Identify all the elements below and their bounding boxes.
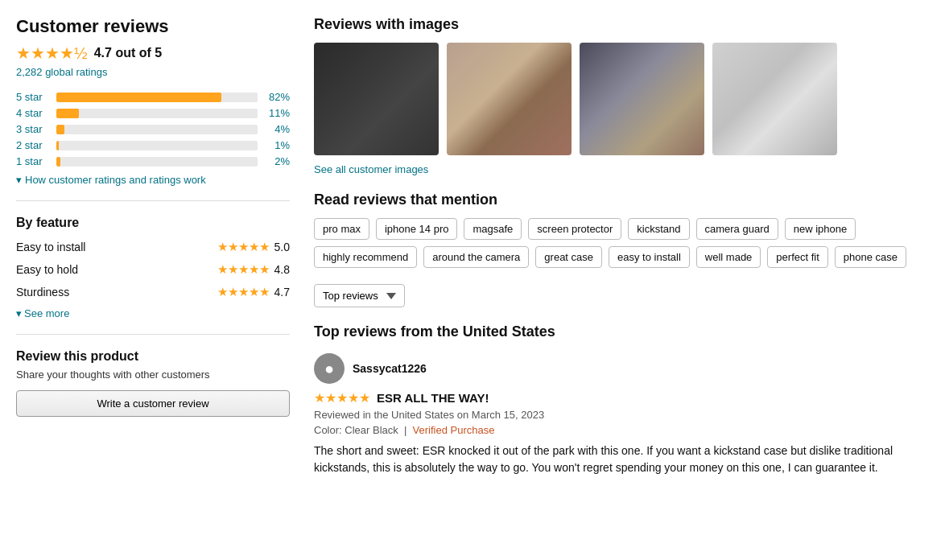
by-feature-section: By feature Easy to install ★★★★★ 5.0 Eas… xyxy=(16,216,290,319)
review-color-row: Color: Clear Black | Verified Purchase xyxy=(314,424,929,436)
review-headline: ESR ALL THE WAY! xyxy=(377,391,489,405)
feature-right-sturdiness: ★★★★★ 4.7 xyxy=(217,285,290,299)
see-all-images-link[interactable]: See all customer images xyxy=(314,163,929,175)
how-ratings-work-link[interactable]: How customer ratings and ratings work xyxy=(16,174,290,186)
star-label-2[interactable]: 2 star xyxy=(16,139,50,151)
overall-stars: ★★★★½ xyxy=(16,43,88,63)
feature-stars-hold: ★★★★★ xyxy=(217,262,270,277)
review-stars-row: ★★★★★ ESR ALL THE WAY! xyxy=(314,390,929,406)
verified-purchase-badge: Verified Purchase xyxy=(413,424,495,436)
tag-great-case[interactable]: great case xyxy=(535,246,602,268)
reviews-with-images-title: Reviews with images xyxy=(314,16,929,33)
sort-dropdown-row: Top reviews Most recent xyxy=(314,284,929,307)
review-image-1[interactable] xyxy=(314,43,439,155)
star-row-1: 1 star 2% xyxy=(16,155,290,167)
tag-well-made[interactable]: well made xyxy=(696,246,761,268)
star-bars: 5 star 82% 4 star 11% 3 star 4% xyxy=(16,91,290,167)
tag-around-the-camera[interactable]: around the camera xyxy=(423,246,529,268)
review-image-4[interactable] xyxy=(712,43,837,155)
tag-camera-guard[interactable]: camera guard xyxy=(696,218,778,240)
see-more-label: See more xyxy=(24,307,69,319)
pct-label-2[interactable]: 1% xyxy=(264,139,290,151)
feature-name-sturdiness: Sturdiness xyxy=(16,286,69,299)
review-color-label: Color: Clear Black xyxy=(314,424,398,436)
divider-2 xyxy=(16,334,290,335)
reviewer-name[interactable]: Sassycat1226 xyxy=(353,362,427,375)
tag-iphone-14-pro[interactable]: iphone 14 pro xyxy=(376,218,458,240)
review-product-section: Review this product Share your thoughts … xyxy=(16,349,290,417)
feature-row-sturdiness: Sturdiness ★★★★★ 4.7 xyxy=(16,285,290,299)
feature-right-hold: ★★★★★ 4.8 xyxy=(217,262,290,277)
tag-screen-protector[interactable]: screen protector xyxy=(528,218,621,240)
tag-phone-case[interactable]: phone case xyxy=(835,246,906,268)
see-more-link[interactable]: See more xyxy=(16,307,290,319)
review-product-sub: Share your thoughts with other customers xyxy=(16,369,290,381)
global-ratings[interactable]: 2,282 global ratings xyxy=(16,66,290,78)
tag-easy-to-install[interactable]: easy to install xyxy=(609,246,690,268)
pct-label-5[interactable]: 82% xyxy=(264,91,290,103)
feature-stars-sturdiness: ★★★★★ xyxy=(217,285,270,299)
right-panel: Reviews with images See all customer ima… xyxy=(314,16,929,492)
chevron-down-icon xyxy=(16,174,22,186)
bar-fill-3 xyxy=(56,125,64,134)
how-ratings-work-text: How customer ratings and ratings work xyxy=(25,174,206,186)
review-body: The short and sweet: ESR knocked it out … xyxy=(314,443,929,476)
review-image-placeholder-1 xyxy=(314,43,439,155)
star-row-5: 5 star 82% xyxy=(16,91,290,103)
bar-fill-4 xyxy=(56,109,79,118)
review-meta-text: Reviewed in the United States on March 1… xyxy=(314,409,544,421)
feature-score-install: 5.0 xyxy=(274,241,290,253)
bar-container-3 xyxy=(56,125,258,134)
tag-kickstand[interactable]: kickstand xyxy=(628,218,689,240)
feature-name-hold: Easy to hold xyxy=(16,263,78,276)
tag-pro-max[interactable]: pro max xyxy=(314,218,369,240)
review-images-row xyxy=(314,43,929,155)
star-label-3[interactable]: 3 star xyxy=(16,123,50,135)
star-label-5[interactable]: 5 star xyxy=(16,91,50,103)
pct-label-3[interactable]: 4% xyxy=(264,123,290,135)
sort-dropdown[interactable]: Top reviews Most recent xyxy=(314,284,405,307)
reviewer-row: ● Sassycat1226 xyxy=(314,353,929,384)
feature-score-sturdiness: 4.7 xyxy=(274,286,290,299)
tag-magsafe[interactable]: magsafe xyxy=(464,218,522,240)
pct-label-4[interactable]: 11% xyxy=(264,107,290,119)
bar-container-4 xyxy=(56,109,258,118)
bar-fill-2 xyxy=(56,141,59,150)
tag-highly-recommend[interactable]: highly recommend xyxy=(314,246,417,268)
left-panel: Customer reviews ★★★★½ 4.7 out of 5 2,28… xyxy=(16,16,290,492)
write-review-button[interactable]: Write a customer review xyxy=(16,390,290,417)
feature-name-install: Easy to install xyxy=(16,241,85,253)
avatar: ● xyxy=(314,353,345,384)
review-meta: Reviewed in the United States on March 1… xyxy=(314,409,929,421)
review-image-2[interactable] xyxy=(447,43,572,155)
review-image-placeholder-4 xyxy=(712,43,837,155)
avatar-icon: ● xyxy=(324,360,334,378)
star-row-4: 4 star 11% xyxy=(16,107,290,119)
read-reviews-title: Read reviews that mention xyxy=(314,191,929,208)
star-label-1[interactable]: 1 star xyxy=(16,155,50,167)
feature-right-install: ★★★★★ 5.0 xyxy=(217,240,290,254)
top-reviews-title: Top reviews from the United States xyxy=(314,323,929,340)
by-feature-title: By feature xyxy=(16,216,290,230)
star-row-3: 3 star 4% xyxy=(16,123,290,135)
bar-fill-1 xyxy=(56,157,60,167)
overall-rating-row: ★★★★½ 4.7 out of 5 xyxy=(16,43,290,63)
review-stars: ★★★★★ xyxy=(314,390,370,406)
star-label-4[interactable]: 4 star xyxy=(16,107,50,119)
feature-row-install: Easy to install ★★★★★ 5.0 xyxy=(16,240,290,254)
tags-container: pro max iphone 14 pro magsafe screen pro… xyxy=(314,218,929,268)
review-image-placeholder-3 xyxy=(580,43,704,155)
bar-container-1 xyxy=(56,157,258,167)
review-product-title: Review this product xyxy=(16,349,290,364)
feature-row-hold: Easy to hold ★★★★★ 4.8 xyxy=(16,262,290,277)
review-image-placeholder-2 xyxy=(447,43,572,155)
customer-reviews-title: Customer reviews xyxy=(16,16,290,37)
bar-container-2 xyxy=(56,141,258,150)
pct-label-1[interactable]: 2% xyxy=(264,155,290,167)
feature-score-hold: 4.8 xyxy=(274,263,290,276)
tag-perfect-fit[interactable]: perfect fit xyxy=(767,246,827,268)
see-more-chevron-icon xyxy=(16,307,22,319)
tag-new-iphone[interactable]: new iphone xyxy=(785,218,856,240)
bar-fill-5 xyxy=(56,93,221,102)
review-image-3[interactable] xyxy=(580,43,704,155)
